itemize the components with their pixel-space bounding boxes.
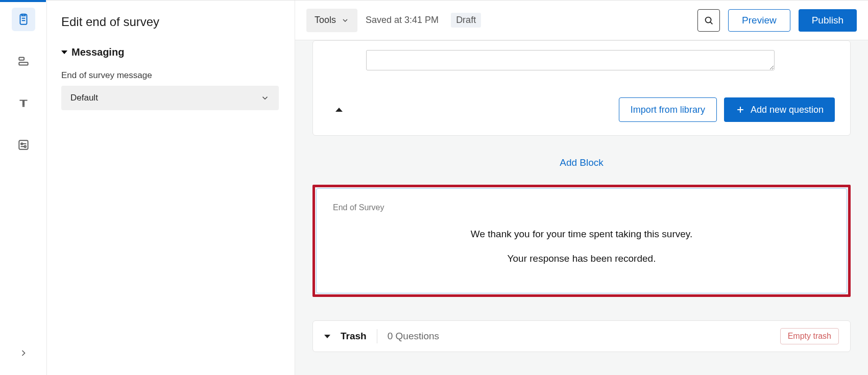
- svg-rect-2: [19, 62, 28, 65]
- select-value: Default: [70, 93, 98, 103]
- draft-badge: Draft: [451, 13, 481, 28]
- caret-down-icon: [61, 51, 67, 54]
- trash-label: Trash: [341, 331, 367, 342]
- tools-dropdown[interactable]: Tools: [306, 9, 357, 32]
- import-from-library-button[interactable]: Import from library: [619, 97, 717, 122]
- panel-title: Edit end of survey: [61, 15, 280, 29]
- rail-expand-toggle[interactable]: [12, 341, 35, 365]
- question-block: Import from library Add new question: [312, 40, 851, 136]
- eos-message-select[interactable]: Default: [61, 86, 279, 110]
- search-icon: [703, 15, 714, 26]
- main-area: Tools Saved at 3:41 PM Draft Preview Pub…: [295, 1, 868, 375]
- svg-rect-3: [19, 140, 28, 149]
- preview-button[interactable]: Preview: [728, 9, 790, 32]
- collapse-block-toggle[interactable]: [331, 104, 347, 115]
- add-question-label: Add new question: [751, 105, 824, 115]
- add-block-link[interactable]: Add Block: [312, 157, 851, 168]
- saved-status: Saved at 3:41 PM: [366, 15, 439, 26]
- messaging-section-toggle[interactable]: Messaging: [61, 46, 280, 58]
- svg-point-6: [706, 17, 711, 22]
- section-title: Messaging: [71, 46, 124, 58]
- publish-button[interactable]: Publish: [799, 9, 857, 32]
- tools-label: Tools: [315, 15, 336, 26]
- empty-trash-button[interactable]: Empty trash: [780, 328, 839, 344]
- end-of-survey-line1: We thank you for your time spent taking …: [333, 229, 830, 240]
- end-of-survey-line2: Your response has been recorded.: [333, 253, 830, 264]
- rail-builder-icon[interactable]: [12, 8, 35, 31]
- search-button[interactable]: [697, 9, 720, 32]
- rail-flow-icon[interactable]: [12, 49, 35, 73]
- add-new-question-button[interactable]: Add new question: [724, 97, 835, 122]
- end-of-survey-title: End of Survey: [333, 203, 830, 212]
- divider: [377, 329, 377, 343]
- end-of-survey-block[interactable]: End of Survey We thank you for your time…: [316, 188, 847, 293]
- edit-panel: Edit end of survey Messaging End of surv…: [47, 1, 295, 375]
- nav-rail: [0, 1, 47, 375]
- chevron-down-icon: [260, 93, 270, 103]
- end-of-survey-highlight: End of Survey We thank you for your time…: [312, 185, 851, 297]
- question-text-input[interactable]: [366, 50, 775, 70]
- rail-look-and-feel-icon[interactable]: [12, 91, 35, 115]
- trash-toggle[interactable]: [324, 335, 330, 338]
- caret-up-icon: [335, 108, 343, 112]
- eos-message-label: End of survey message: [61, 70, 280, 81]
- plus-icon: [735, 105, 745, 115]
- trash-section: Trash 0 Questions Empty trash: [312, 320, 851, 352]
- svg-point-5: [24, 146, 26, 147]
- canvas: Import from library Add new question Add…: [295, 40, 868, 375]
- trash-count: 0 Questions: [388, 331, 439, 342]
- editor-toolbar: Tools Saved at 3:41 PM Draft Preview Pub…: [295, 1, 868, 40]
- chevron-down-icon: [341, 16, 349, 24]
- rail-options-icon[interactable]: [12, 133, 35, 157]
- svg-rect-1: [19, 57, 24, 60]
